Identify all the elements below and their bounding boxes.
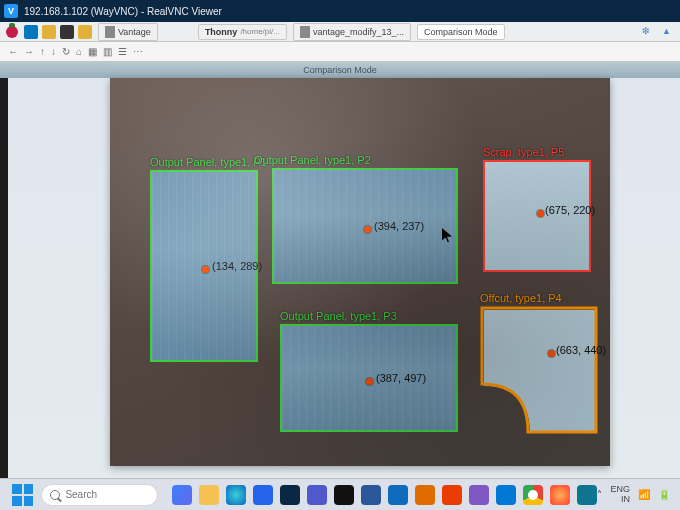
detection-p2-label: Output Panel, type1, P2	[254, 154, 371, 166]
detection-p2: Output Panel, type1, P2 (394, 237)	[272, 168, 458, 284]
detection-p4-label: Offcut, type1, P4	[480, 292, 562, 304]
people-icon[interactable]	[415, 485, 435, 505]
nav-fwd-icon[interactable]: →	[24, 46, 34, 57]
folder-icon[interactable]	[78, 25, 92, 39]
vision-viewport: Output Panel, type1, P1 (134, 289) Outpu…	[110, 78, 610, 466]
nav-reload-icon[interactable]: ↻	[62, 46, 70, 57]
teams-icon[interactable]	[307, 485, 327, 505]
taskbar-search[interactable]: Search	[41, 484, 158, 506]
edge-icon[interactable]	[226, 485, 246, 505]
office-icon[interactable]	[442, 485, 462, 505]
taskview-icon[interactable]	[172, 485, 192, 505]
wifi-tray-icon[interactable]: 📶	[638, 489, 650, 500]
detection-p4-box	[480, 306, 598, 434]
detection-p2-centroid	[364, 226, 371, 233]
explorer-icon[interactable]	[199, 485, 219, 505]
more-icon[interactable]: ⋯	[133, 46, 143, 57]
search-placeholder: Search	[65, 489, 97, 500]
view-list-icon[interactable]: ▥	[103, 46, 112, 57]
vnc-title-text: 192.168.1.102 (WayVNC) - RealVNC Viewer	[24, 6, 222, 17]
task-vantage-folder[interactable]: Vantage	[98, 23, 158, 41]
vnc-icon: V	[4, 4, 18, 18]
detection-p1: Output Panel, type1, P1 (134, 289)	[150, 170, 258, 362]
taskbar-pinned-apps	[172, 485, 597, 505]
filemanager-icon[interactable]	[42, 25, 56, 39]
outlook-icon[interactable]	[388, 485, 408, 505]
side-black-strip	[0, 62, 8, 478]
terminal-taskbar-icon[interactable]	[334, 485, 354, 505]
windows-taskbar[interactable]: Search ˄ ENGIN 📶 🔋	[0, 478, 680, 510]
task-thonny[interactable]: Thonny /home/pi/...	[198, 24, 287, 40]
detection-p5: Scrap, type1, P5 (675, 220)	[483, 160, 591, 272]
script-icon	[300, 26, 310, 38]
folder-small-icon	[105, 26, 115, 38]
nav-up-icon[interactable]: ↑	[40, 46, 45, 57]
app-window-titlebar[interactable]: Comparison Mode	[0, 62, 680, 78]
detection-p1-centroid	[202, 266, 209, 273]
word-icon[interactable]	[361, 485, 381, 505]
tray-lang[interactable]: ENGIN	[610, 485, 630, 505]
filebrowser-toolbar: ← → ↑ ↓ ↻ ⌂ ▦ ▥ ☰ ⋯	[0, 42, 680, 62]
detection-p5-centroid	[537, 210, 544, 217]
view-compact-icon[interactable]: ☰	[118, 46, 127, 57]
remote-desktop: Vantage Thonny /home/pi/... vantage_modi…	[0, 22, 680, 478]
mouse-cursor-icon	[442, 228, 452, 242]
vscode-icon[interactable]	[496, 485, 516, 505]
view-grid-icon[interactable]: ▦	[88, 46, 97, 57]
quicklaunch-tray	[24, 25, 92, 39]
thonny-label: Thonny	[205, 27, 238, 37]
start-button[interactable]	[12, 484, 33, 506]
detection-p5-box	[483, 160, 591, 272]
raspberry-icon[interactable]	[6, 26, 18, 38]
detection-p5-label: Scrap, type1, P5	[483, 146, 564, 158]
detection-p4: Offcut, type1, P4 (663, 440)	[480, 306, 598, 434]
search-icon	[50, 490, 60, 500]
battery-icon[interactable]: 🔋	[658, 489, 670, 500]
pi-top-panel[interactable]: Vantage Thonny /home/pi/... vantage_modi…	[0, 22, 680, 42]
nav-back-icon[interactable]: ←	[8, 46, 18, 57]
detection-p3-label: Output Panel, type1, P3	[280, 310, 397, 322]
nav-home-icon[interactable]: ⌂	[76, 46, 82, 57]
detection-p4-centroid	[548, 350, 555, 357]
detection-p1-coord: (134, 289)	[212, 260, 262, 272]
wifi-icon[interactable]	[662, 26, 674, 38]
firefox-icon[interactable]	[550, 485, 570, 505]
vnc-taskbar-icon[interactable]	[280, 485, 300, 505]
terminal-icon[interactable]	[60, 25, 74, 39]
detection-p4-coord: (663, 440)	[556, 344, 606, 356]
app-window-title-text: Comparison Mode	[303, 65, 377, 75]
system-tray[interactable]: ˄ ENGIN 📶 🔋	[597, 485, 680, 505]
task-comparison-label: Comparison Mode	[424, 27, 498, 37]
detection-p5-coord: (675, 220)	[545, 204, 595, 216]
browser-icon[interactable]	[24, 25, 38, 39]
thonny-path: /home/pi/...	[240, 27, 280, 36]
task-script-label: vantage_modify_13_...	[313, 27, 404, 37]
detection-p2-coord: (394, 237)	[374, 220, 424, 232]
chevron-up-icon[interactable]: ˄	[597, 489, 602, 500]
detection-p3-coord: (387, 497)	[376, 372, 426, 384]
store-icon[interactable]	[253, 485, 273, 505]
vnc-titlebar: V 192.168.1.102 (WayVNC) - RealVNC Viewe…	[0, 0, 680, 22]
nav-down-icon[interactable]: ↓	[51, 46, 56, 57]
bluetooth-icon[interactable]	[642, 26, 654, 38]
chrome-icon[interactable]	[523, 485, 543, 505]
detection-p3-centroid	[366, 378, 373, 385]
app-icon[interactable]	[577, 485, 597, 505]
detection-p1-label: Output Panel, type1, P1	[150, 156, 267, 168]
task-script[interactable]: vantage_modify_13_...	[293, 23, 411, 41]
task-vantage-label: Vantage	[118, 27, 151, 37]
snip-icon[interactable]	[469, 485, 489, 505]
pi-systray	[642, 26, 674, 38]
task-comparison[interactable]: Comparison Mode	[417, 24, 505, 40]
detection-p3: Output Panel, type1, P3 (387, 497)	[280, 324, 458, 432]
